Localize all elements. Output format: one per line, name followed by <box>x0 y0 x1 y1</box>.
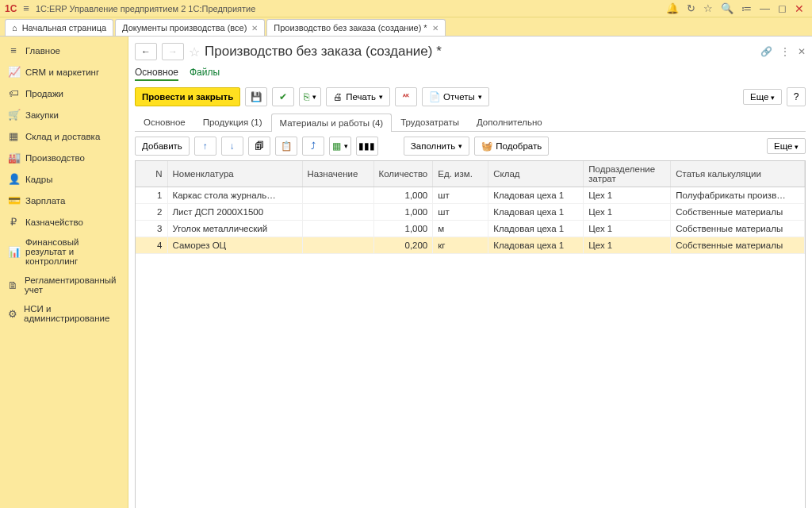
more-icon[interactable]: ⋮ <box>780 46 790 57</box>
col-dept[interactable]: Подразделение затрат <box>584 161 671 187</box>
col-calc[interactable]: Статья калькуляции <box>671 161 805 187</box>
split-button[interactable]: ⤴ <box>302 137 324 156</box>
subtab-files[interactable]: Файлы <box>190 67 220 81</box>
back-button[interactable]: ← <box>135 43 157 60</box>
debit-credit-button[interactable]: ᴬᴷ <box>395 87 417 106</box>
copy-row-button[interactable]: 🗐 <box>248 137 270 156</box>
cell-nazn[interactable] <box>302 187 373 204</box>
table-row[interactable]: 1 Каркас стола журналь… 1,000 шт Кладова… <box>136 187 805 204</box>
star-icon[interactable]: ☆ <box>703 2 713 15</box>
print-button[interactable]: 🖨Печать <box>326 87 390 106</box>
favorite-icon[interactable]: ☆ <box>189 44 200 60</box>
search-icon[interactable]: 🔍 <box>721 2 733 15</box>
doctab-labor[interactable]: Трудозатраты <box>392 113 468 131</box>
history-icon[interactable]: ↻ <box>687 2 695 15</box>
barcode-button[interactable]: ▮▮▮ <box>356 137 378 156</box>
cell-n[interactable]: 1 <box>136 187 167 204</box>
col-nazn[interactable]: Назначение <box>302 161 373 187</box>
table-row[interactable]: 2 Лист ДСП 2000Х1500 1,000 шт Кладовая ц… <box>136 204 805 221</box>
sidebar-item-sales[interactable]: 🏷Продажи <box>0 83 128 104</box>
cell-n[interactable]: 2 <box>136 204 167 221</box>
doctab-extra[interactable]: Дополнительно <box>468 113 551 131</box>
cell-store[interactable]: Кладовая цеха 1 <box>488 204 584 221</box>
sidebar-item-finance[interactable]: 📊Финансовый результат и контроллинг <box>0 233 128 271</box>
sidebar-item-purch[interactable]: 🛒Закупки <box>0 104 128 125</box>
sidebar-item-treasury[interactable]: ₽Казначейство <box>0 211 128 233</box>
sidebar-item-salary[interactable]: 💳Зарплата <box>0 190 128 211</box>
close-icon[interactable]: ✕ <box>795 2 804 15</box>
cell-dept[interactable]: Цех 1 <box>584 237 671 254</box>
doctab-main[interactable]: Основное <box>135 113 194 131</box>
cell-nazn[interactable] <box>302 204 373 221</box>
cell-nazn[interactable] <box>302 237 373 254</box>
cell-store[interactable]: Кладовая цеха 1 <box>488 187 584 204</box>
tab-close-icon[interactable]: ✕ <box>432 24 439 33</box>
move-up-button[interactable]: ↑ <box>194 137 216 156</box>
paste-row-button[interactable]: 📋 <box>275 137 297 156</box>
create-based-on-button[interactable]: ⎘ <box>299 87 321 106</box>
cell-nomen[interactable]: Саморез ОЦ <box>167 237 302 254</box>
cell-uom[interactable]: шт <box>433 187 488 204</box>
restore-icon[interactable]: ◻ <box>778 2 787 15</box>
sidebar-item-warehouse[interactable]: ▦Склад и доставка <box>0 125 128 147</box>
settings-icon[interactable]: ≔ <box>741 2 752 15</box>
post-and-close-button[interactable]: Провести и закрыть <box>135 87 240 106</box>
cell-nomen[interactable]: Уголок металлический <box>167 221 302 237</box>
cell-qty[interactable]: 1,000 <box>373 221 433 237</box>
tab-docs[interactable]: Документы производства (все)✕ <box>115 19 265 36</box>
link-icon[interactable]: 🔗 <box>760 46 772 57</box>
cell-uom[interactable]: шт <box>433 204 488 221</box>
menu-icon[interactable]: ≡ <box>23 2 29 14</box>
cell-nazn[interactable] <box>302 221 373 237</box>
save-button[interactable]: 💾 <box>245 87 267 106</box>
doctab-materials[interactable]: Материалы и работы (4) <box>271 114 393 132</box>
sidebar-item-accounting[interactable]: 🗎Регламентированный учет <box>0 271 128 299</box>
sidebar-item-prod[interactable]: 🏭Производство <box>0 147 128 168</box>
sidebar-item-crm[interactable]: 📈CRM и маркетинг <box>0 61 128 83</box>
doctab-products[interactable]: Продукция (1) <box>194 113 271 131</box>
cell-store[interactable]: Кладовая цеха 1 <box>488 237 584 254</box>
cell-dept[interactable]: Цех 1 <box>584 204 671 221</box>
cell-qty[interactable]: 0,200 <box>373 237 433 254</box>
cell-calc[interactable]: Собственные материалы <box>671 221 805 237</box>
cell-dept[interactable]: Цех 1 <box>584 187 671 204</box>
cell-qty[interactable]: 1,000 <box>373 204 433 221</box>
sidebar-item-main[interactable]: ≡Главное <box>0 40 128 61</box>
col-uom[interactable]: Ед. изм. <box>433 161 488 187</box>
tab-home[interactable]: ⌂Начальная страница <box>5 19 113 36</box>
add-button[interactable]: Добавить <box>135 137 190 156</box>
table-row[interactable]: 3 Уголок металлический 1,000 м Кладовая … <box>136 221 805 237</box>
cell-n[interactable]: 4 <box>136 237 167 254</box>
group-button[interactable]: ▦ <box>329 137 351 156</box>
table-row[interactable]: 4 Саморез ОЦ 0,200 кг Кладовая цеха 1 Це… <box>136 237 805 254</box>
move-down-button[interactable]: ↓ <box>221 137 243 156</box>
post-button[interactable]: ✔ <box>272 87 294 106</box>
col-store[interactable]: Склад <box>488 161 584 187</box>
cell-dept[interactable]: Цех 1 <box>584 221 671 237</box>
subtab-main[interactable]: Основное <box>135 67 178 81</box>
col-qty[interactable]: Количество <box>373 161 433 187</box>
cell-calc[interactable]: Собственные материалы <box>671 204 805 221</box>
more-button[interactable]: Еще <box>743 89 782 105</box>
pick-button[interactable]: 🧺Подобрать <box>474 137 549 156</box>
cell-uom[interactable]: м <box>433 221 488 237</box>
help-button[interactable]: ? <box>787 87 806 106</box>
cell-uom[interactable]: кг <box>433 237 488 254</box>
sidebar-item-admin[interactable]: ⚙НСИ и администрирование <box>0 299 128 328</box>
cell-qty[interactable]: 1,000 <box>373 187 433 204</box>
table-more-button[interactable]: Еще <box>767 138 806 154</box>
fill-button[interactable]: Заполнить <box>404 137 469 156</box>
tab-create[interactable]: Производство без заказа (создание) *✕ <box>266 19 445 36</box>
col-nomen[interactable]: Номенклатура <box>167 161 302 187</box>
reports-button[interactable]: 📄Отчеты <box>422 87 489 106</box>
minimize-icon[interactable]: — <box>760 2 770 15</box>
cell-calc[interactable]: Собственные материалы <box>671 237 805 254</box>
forward-button[interactable]: → <box>162 43 184 60</box>
tab-close-icon[interactable]: ✕ <box>251 24 258 33</box>
sidebar-item-hr[interactable]: 👤Кадры <box>0 168 128 190</box>
close-page-icon[interactable]: ✕ <box>798 46 806 57</box>
cell-nomen[interactable]: Лист ДСП 2000Х1500 <box>167 204 302 221</box>
cell-n[interactable]: 3 <box>136 221 167 237</box>
cell-calc[interactable]: Полуфабрикаты произв… <box>671 187 805 204</box>
cell-nomen[interactable]: Каркас стола журналь… <box>167 187 302 204</box>
